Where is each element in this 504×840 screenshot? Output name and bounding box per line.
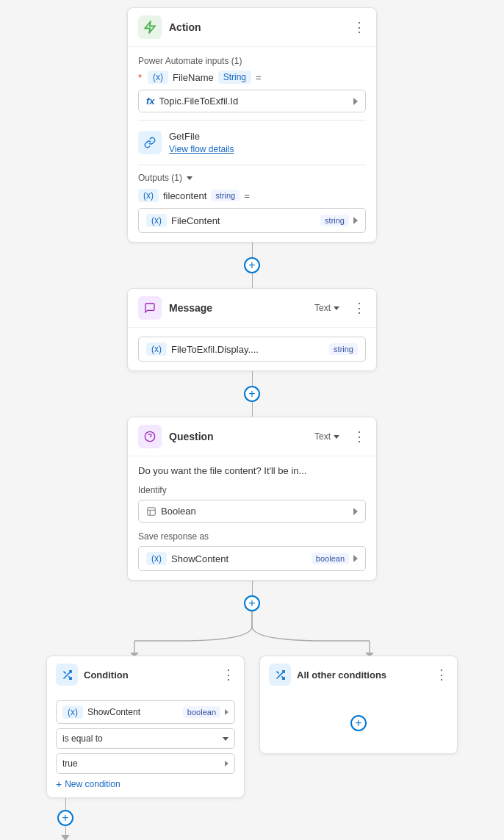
condition-card: Condition ⋮ (x) ShowContent boolean is e… [46, 656, 245, 798]
save-response-label: Save response as [138, 531, 366, 542]
save-name: ShowContent [171, 553, 307, 564]
file-content-output-box[interactable]: (x) FileContent string [138, 208, 366, 233]
question-card: Question Text ⋮ Do you want the file con… [127, 417, 377, 581]
get-file-label: GetFile [169, 131, 234, 142]
save-chevron [353, 555, 358, 562]
branch-spread [46, 611, 458, 656]
identify-value: Boolean [161, 506, 349, 517]
action-card-body: Power Automate inputs (1) * (x) FileName… [128, 47, 376, 242]
condition-value: true [62, 758, 78, 769]
add-node-button-2[interactable]: + [244, 386, 260, 402]
new-condition-button[interactable]: + New condition [56, 778, 235, 790]
output-row-type: string [320, 215, 349, 226]
value-chevron [225, 761, 228, 767]
add-node-button-1[interactable]: + [244, 257, 260, 273]
output-equals: = [244, 190, 250, 201]
get-file-icon [138, 131, 162, 154]
condition-field-chevron [225, 709, 228, 715]
message-card-header: Message Text ⋮ [128, 289, 376, 328]
operator-chevron [223, 737, 228, 741]
outputs-row: Outputs (1) [138, 173, 366, 183]
output-x-tag: (x) [138, 189, 159, 202]
question-title: Question [169, 431, 307, 442]
get-file-row: GetFile View flow details [138, 128, 366, 157]
message-card-body: (x) FileToExfil.Display.... string [128, 328, 376, 370]
fx-icon: fx [146, 96, 155, 107]
condition-operator: is equal to [62, 733, 103, 744]
arrow-down [61, 835, 70, 840]
question-icon [138, 425, 162, 448]
save-type: boolean [312, 553, 349, 564]
condition-card-body: (x) ShowContent boolean is equal to true… [47, 693, 244, 797]
message-field-x: (x) [146, 342, 167, 356]
condition-operator-box[interactable]: is equal to [56, 728, 235, 749]
flow-canvas: Action ⋮ Power Automate inputs (1) * (x)… [0, 0, 504, 840]
other-conditions-card: All other conditions ⋮ + [259, 656, 458, 754]
required-star: * [138, 72, 142, 83]
identify-label: Identify [138, 485, 366, 495]
branch-line-top [252, 581, 253, 595]
input-field-row: * (x) FileName String = [138, 71, 366, 84]
input-value: Topic.FileToExfil.Id [159, 96, 349, 107]
new-condition-label: New condition [65, 779, 120, 789]
condition-field[interactable]: (x) ShowContent boolean [56, 700, 235, 724]
action-card: Action ⋮ Power Automate inputs (1) * (x)… [127, 7, 377, 243]
get-file-info: GetFile View flow details [169, 131, 234, 154]
connector-line-4 [252, 402, 253, 417]
save-response-box[interactable]: (x) ShowContent boolean [138, 546, 366, 571]
message-icon [138, 296, 162, 320]
svg-marker-0 [145, 22, 155, 33]
inputs-label: Power Automate inputs (1) [138, 56, 366, 66]
connector-line-3 [252, 371, 253, 386]
svg-marker-6 [130, 653, 139, 656]
output-field-row: (x) filecontent string = [138, 189, 366, 202]
question-menu-button[interactable]: ⋮ [353, 430, 366, 443]
other-conditions-icon [269, 664, 291, 686]
message-field-name: FileToExfil.Display.... [171, 344, 325, 355]
question-card-header: Question Text ⋮ [128, 417, 376, 456]
message-title: Message [169, 302, 307, 314]
file-to-exfil-input[interactable]: fx Topic.FileToExfil.Id [138, 90, 366, 112]
card-divider [138, 120, 366, 121]
other-conditions-header: All other conditions ⋮ [260, 656, 457, 693]
action-title: Action [169, 21, 345, 33]
output-row-chevron [353, 217, 358, 224]
question-card-body: Do you want the file content? It'll be i… [128, 456, 376, 580]
action-menu-button[interactable]: ⋮ [353, 21, 366, 34]
view-flow-link[interactable]: View flow details [169, 144, 234, 154]
connector-1: + [244, 243, 260, 288]
message-field-box[interactable]: (x) FileToExfil.Display.... string [138, 337, 366, 362]
card-divider-2 [138, 165, 366, 165]
svg-rect-3 [148, 507, 156, 515]
other-conditions-title: All other conditions [297, 670, 429, 681]
condition-field-type: boolean [183, 706, 220, 718]
condition-icon [56, 664, 78, 686]
outputs-label: Outputs (1) [138, 173, 182, 183]
input-x-tag: (x) [148, 71, 168, 84]
other-conditions-add-button[interactable]: + [350, 715, 367, 731]
equals-sign: = [256, 72, 262, 83]
identify-box[interactable]: Boolean [138, 500, 366, 523]
connector-line-1 [252, 243, 253, 257]
identify-chevron [353, 508, 358, 515]
other-conditions-menu[interactable]: ⋮ [435, 668, 448, 681]
output-type: string [211, 190, 240, 201]
message-type-chevron [334, 306, 339, 310]
input-type-tag: String [218, 71, 251, 84]
question-type-chevron [334, 435, 339, 439]
input-field-name: FileName [173, 72, 214, 83]
svg-marker-7 [365, 653, 374, 656]
question-text: Do you want the file content? It'll be i… [138, 465, 366, 476]
message-field-type: string [329, 343, 358, 355]
add-node-button-4[interactable]: + [57, 810, 73, 826]
sub-line-2 [65, 826, 66, 835]
message-menu-button[interactable]: ⋮ [353, 301, 366, 315]
condition-menu-button[interactable]: ⋮ [222, 668, 235, 681]
outputs-chevron [187, 176, 192, 180]
branch-row: Condition ⋮ (x) ShowContent boolean is e… [15, 656, 489, 798]
connector-line-2 [252, 273, 253, 288]
output-name: filecontent [163, 190, 206, 201]
condition-value-box[interactable]: true [56, 753, 235, 774]
output-row-name: FileContent [171, 215, 316, 226]
add-node-button-3[interactable]: + [244, 595, 260, 611]
